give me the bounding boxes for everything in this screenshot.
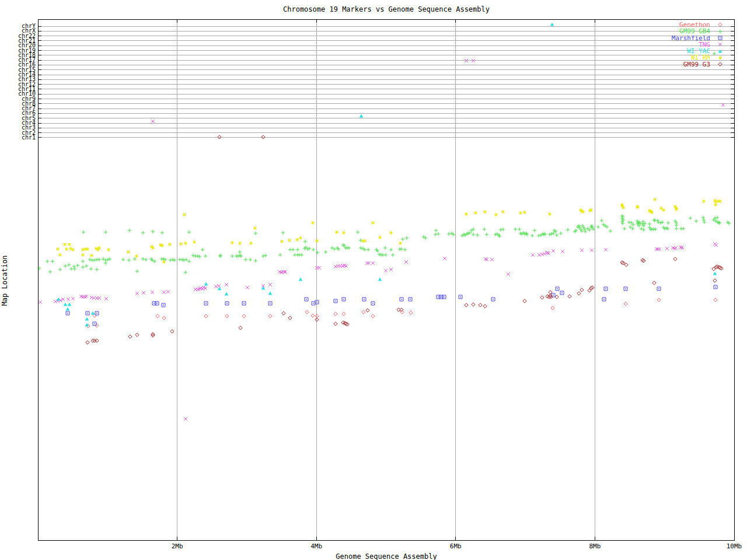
- data-point: [268, 314, 272, 318]
- data-point: [334, 299, 337, 303]
- data-point: [73, 267, 76, 271]
- data-point: [604, 287, 608, 290]
- data-point: [383, 246, 387, 250]
- data-point: [76, 264, 79, 267]
- data-point: [391, 253, 395, 257]
- data-point: [718, 200, 722, 203]
- data-point: [384, 253, 388, 257]
- data-point: [95, 339, 99, 342]
- data-point: [537, 253, 541, 257]
- data-point: [367, 261, 371, 265]
- data-point: [499, 228, 502, 232]
- data-point: [261, 254, 265, 258]
- data-point: [560, 291, 564, 295]
- x-tick-label: 2Mb: [160, 543, 195, 550]
- data-point: [359, 114, 364, 118]
- x-tick-label: 6Mb: [438, 543, 473, 550]
- data-point: [371, 221, 375, 225]
- data-point: [359, 246, 362, 250]
- data-point: [133, 257, 137, 261]
- data-point: [184, 271, 187, 274]
- data-point: [399, 242, 402, 245]
- data-point: [400, 247, 403, 251]
- data-point: [656, 219, 659, 222]
- data-point: [533, 229, 536, 232]
- data-point: [225, 314, 229, 318]
- data-point: [362, 298, 366, 301]
- legend-item-genethon: Genethon: [616, 21, 730, 28]
- data-point: [621, 222, 624, 225]
- data-point: [249, 258, 252, 261]
- data-point: [580, 288, 584, 292]
- data-point: [363, 239, 366, 243]
- data-point: [135, 333, 139, 337]
- data-point: [249, 242, 253, 245]
- data-point: [389, 231, 393, 235]
- data-point: [715, 216, 719, 219]
- data-point: [378, 253, 381, 256]
- data-point: [472, 233, 475, 236]
- data-point: [662, 208, 665, 212]
- data-point: [627, 220, 631, 224]
- data-point: [483, 210, 487, 214]
- data-point: [170, 330, 174, 333]
- data-point: [88, 258, 92, 261]
- data-point: [479, 303, 482, 307]
- data-point: [82, 230, 85, 234]
- data-point: [66, 312, 69, 315]
- data-point: [443, 257, 446, 260]
- data-point: [483, 304, 487, 308]
- data-point: [551, 306, 554, 310]
- data-point: [714, 298, 717, 302]
- data-point: [58, 253, 62, 257]
- data-point: [97, 296, 101, 300]
- data-point: [51, 260, 54, 263]
- series-wi-yac-points: [57, 23, 717, 327]
- data-point: [231, 254, 234, 258]
- plot-border: [38, 19, 734, 540]
- data-point: [523, 299, 526, 303]
- data-point: [193, 240, 196, 244]
- data-point: [518, 228, 521, 231]
- data-point: [384, 269, 388, 272]
- data-point: [69, 267, 73, 271]
- data-point: [654, 228, 657, 231]
- data-point: [459, 295, 462, 299]
- data-point: [219, 254, 222, 257]
- data-point: [268, 302, 272, 305]
- data-point: [173, 258, 176, 262]
- data-point: [324, 250, 327, 254]
- data-point: [162, 260, 166, 264]
- data-point: [561, 250, 564, 253]
- data-point: [95, 268, 99, 271]
- data-point: [551, 249, 555, 253]
- data-point: [268, 283, 272, 286]
- legend-item-marshfield: Marshfield: [616, 34, 730, 41]
- data-point: [86, 341, 89, 344]
- data-point: [71, 248, 75, 251]
- data-point: [254, 232, 257, 235]
- data-point: [141, 231, 145, 235]
- data-point: [334, 265, 337, 268]
- data-point: [295, 238, 299, 242]
- data-point: [68, 303, 72, 306]
- data-point: [72, 265, 76, 268]
- data-point: [225, 302, 229, 305]
- data-point: [550, 23, 554, 26]
- data-point: [548, 212, 551, 216]
- data-point: [253, 226, 257, 230]
- data-point: [514, 228, 517, 231]
- data-point: [231, 241, 234, 244]
- data-point: [303, 240, 307, 243]
- data-point: [160, 231, 164, 235]
- data-point: [530, 234, 534, 237]
- data-point: [559, 232, 563, 235]
- data-point: [342, 231, 345, 235]
- data-point: [400, 298, 403, 301]
- data-point: [490, 258, 494, 261]
- data-point: [630, 221, 633, 225]
- data-point: [447, 232, 451, 236]
- data-point: [46, 260, 49, 263]
- legend-item-wi-yac: WI YAC: [616, 48, 730, 55]
- data-point: [584, 230, 587, 233]
